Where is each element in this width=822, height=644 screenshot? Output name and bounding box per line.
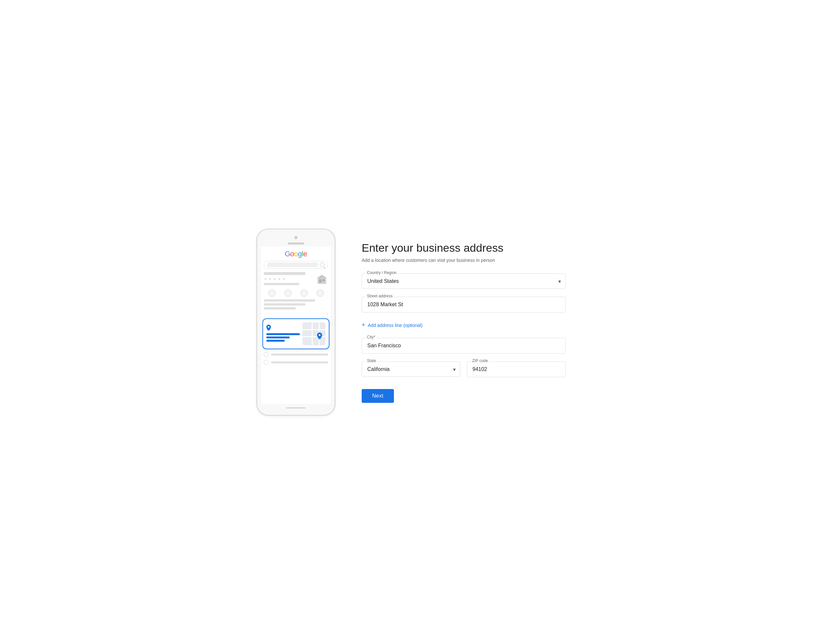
street-label: Street address <box>366 294 394 298</box>
phone-bottom-row2 <box>264 360 328 365</box>
map-pin-icon <box>317 333 322 341</box>
map-road-v1 <box>312 322 313 345</box>
phone-screen: Google ★ ★ ★ ★ <box>261 247 331 404</box>
add-address-line-label: Add address line (optional) <box>368 323 423 328</box>
next-button[interactable]: Next <box>362 389 394 403</box>
google-logo: Google <box>264 250 328 258</box>
phone-search-icon <box>320 262 324 267</box>
phone-search-input-placeholder <box>267 262 318 267</box>
card-line2 <box>266 336 290 339</box>
city-input[interactable] <box>362 338 565 354</box>
google-letter-o2: o <box>294 250 298 258</box>
phone-desc-line3 <box>264 307 296 310</box>
phone-bottom-line1 <box>271 354 328 356</box>
phone-content-line1 <box>264 272 306 275</box>
country-field-group: Country / Region United States Canada Un… <box>362 273 565 289</box>
phone-mockup: Google ★ ★ ★ ★ <box>257 229 335 416</box>
street-input[interactable] <box>362 297 565 313</box>
phone-content-line2 <box>264 283 299 285</box>
card-line1 <box>266 333 300 335</box>
state-field-group: State California New York Texas Washingt… <box>362 362 460 377</box>
country-select-wrapper: United States Canada United Kingdom ▾ <box>362 273 565 289</box>
phone-store-icon <box>316 273 328 285</box>
phone-share-icon <box>317 290 324 297</box>
map-road-h1 <box>303 329 326 330</box>
phone-bottom-icon2 <box>264 360 269 365</box>
page-title: Enter your business address <box>362 241 565 255</box>
plus-icon: + <box>362 322 365 328</box>
state-select[interactable]: California New York Texas Washington <box>362 362 460 377</box>
page-container: Google ★ ★ ★ ★ <box>206 209 616 435</box>
card-line3 <box>266 340 285 342</box>
phone-direction-icon <box>284 290 292 297</box>
country-select[interactable]: United States Canada United Kingdom <box>362 273 565 289</box>
phone-camera <box>294 236 298 239</box>
phone-action-icons <box>264 290 328 297</box>
country-label: Country / Region <box>366 270 398 275</box>
card-left <box>266 325 300 343</box>
google-letter-o1: o <box>290 250 294 258</box>
svg-rect-0 <box>318 278 326 284</box>
card-map <box>303 322 326 345</box>
phone-home-bar <box>286 408 306 408</box>
phone-chevron: › <box>264 311 328 316</box>
phone-speaker <box>288 242 304 244</box>
phone-bottom-line2 <box>271 362 328 363</box>
card-pin-icon <box>266 325 300 332</box>
phone-desc-line1 <box>264 299 315 302</box>
phone-stars: ★ ★ ★ ★ ★ <box>264 277 313 281</box>
add-address-line-button[interactable]: + Add address line (optional) <box>362 320 565 330</box>
phone-floating-card <box>263 318 329 349</box>
phone-search-bar <box>264 261 328 269</box>
city-field-group: City* <box>362 338 565 354</box>
svg-marker-3 <box>317 275 327 278</box>
google-letter-g2: g <box>298 250 302 258</box>
phone-save-icon <box>301 290 308 297</box>
google-letter-g: G <box>285 250 290 258</box>
zip-label: ZIP code <box>471 359 489 363</box>
phone-bottom-icon1 <box>264 352 269 357</box>
zip-field-group: ZIP code <box>467 362 565 377</box>
phone-desc-line2 <box>264 303 306 305</box>
city-label: City* <box>366 335 376 339</box>
state-label: State <box>366 359 378 363</box>
form-side: Enter your business address Add a locati… <box>362 241 565 403</box>
state-zip-row: State California New York Texas Washingt… <box>362 362 565 377</box>
phone-call-icon <box>268 290 275 297</box>
phone-bottom-row1 <box>264 352 328 357</box>
google-letter-e: e <box>303 250 307 258</box>
phone-bottom-lines <box>264 352 328 365</box>
svg-rect-1 <box>319 279 321 282</box>
street-field-group: Street address <box>362 297 565 313</box>
state-select-wrapper: California New York Texas Washington ▾ <box>362 362 460 377</box>
zip-input[interactable] <box>467 362 565 377</box>
page-subtitle: Add a location where customers can visit… <box>362 258 565 263</box>
svg-rect-2 <box>322 279 325 281</box>
